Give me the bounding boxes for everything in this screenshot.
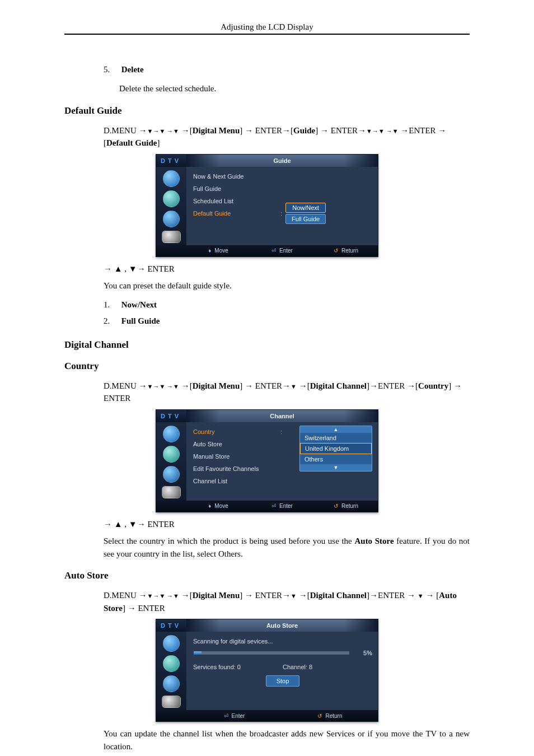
osd-auto-store: D T V Auto Store Scanning for digital se… — [156, 619, 378, 722]
osd-footer-enter: ⏎Enter — [250, 503, 314, 509]
country-path: D.MENU →▼→▼ →▼ →[Digital Menu] → ENTER→▼… — [104, 380, 470, 405]
gear-icon — [163, 466, 180, 483]
nav-hint: → ▲ , ▼→ ENTER — [104, 518, 470, 531]
osd-row-selected[interactable]: Default Guide : Now/Next Full Guide — [193, 207, 372, 220]
osd-row[interactable]: Full Guide — [193, 183, 372, 195]
clapper-icon — [162, 696, 181, 708]
osd-footer-return: ↺Return — [282, 713, 378, 719]
osd-guide-menu: D T V Guide Now & Next Guide Full Guide … — [156, 154, 378, 257]
stop-button[interactable]: Stop — [266, 675, 300, 687]
globe-icon — [163, 426, 180, 442]
heading-country: Country — [64, 361, 470, 372]
antenna-icon — [163, 655, 180, 672]
list-item: 1. Now/Next — [104, 297, 470, 313]
heading-digital-channel: Digital Channel — [64, 339, 470, 351]
scanning-label: Scanning for digital sevices... — [193, 635, 372, 647]
osd-dtv-label: D T V — [156, 155, 186, 167]
osd-row[interactable]: Scheduled List — [193, 195, 372, 207]
list-number: 2. — [104, 316, 119, 326]
services-found-row: Services found: 0 Channel: 8 — [193, 661, 372, 673]
osd-row[interactable]: Now & Next Guide — [193, 170, 372, 183]
progress-bar: 5% — [193, 650, 372, 656]
list-number: 1. — [104, 300, 119, 310]
osd-dtv-label: D T V — [156, 619, 186, 632]
gear-icon — [163, 675, 180, 692]
osd-row[interactable]: Auto Store — [193, 438, 294, 450]
default-guide-path: D.MENU →▼→▼ →▼ →[Digital Menu] → ENTER→[… — [104, 124, 470, 150]
osd-option[interactable]: Others — [300, 454, 372, 464]
osd-row-selected[interactable]: Country: — [193, 426, 294, 438]
globe-icon — [163, 635, 180, 652]
osd-category-icons — [156, 167, 186, 245]
osd-row[interactable]: Edit Favourite Channels — [193, 463, 294, 475]
heading-auto-store: Auto Store — [64, 570, 470, 581]
auto-store-path: D.MENU →▼→▼ →▼ →[Digital Menu] → ENTER→▼… — [104, 589, 470, 614]
osd-footer-enter: ⏎Enter — [250, 248, 314, 254]
osd-title: Channel — [186, 410, 378, 422]
osd-title: Guide — [186, 155, 378, 167]
osd-option[interactable]: Now/Next — [285, 203, 326, 213]
osd-option[interactable]: Switzerland — [300, 433, 372, 443]
osd-footer-move: ♦Move — [186, 248, 250, 254]
gear-icon — [163, 211, 180, 227]
list-item-delete: 5. Delete — [104, 62, 470, 78]
nav-hint: → ▲ , ▼→ ENTER — [104, 263, 470, 276]
clapper-icon — [162, 486, 181, 498]
clapper-icon — [162, 231, 181, 243]
list-label: Delete — [121, 65, 144, 74]
osd-option-selected[interactable]: United Kingdom — [300, 443, 372, 454]
chevron-down-icon: ▼ — [300, 464, 372, 471]
osd-footer-move: ♦Move — [186, 503, 250, 509]
osd-category-icons — [156, 422, 186, 501]
list-label: Now/Next — [121, 300, 157, 309]
osd-dropdown[interactable]: ▲ Switzerland United Kingdom Others ▼ — [299, 426, 372, 472]
country-desc: Select the country in which the product … — [104, 535, 470, 560]
osd-title: Auto Store — [186, 619, 378, 632]
osd-dtv-label: D T V — [156, 410, 186, 422]
osd-row[interactable]: Channel List — [193, 475, 294, 487]
progress-percent: 5% — [355, 650, 372, 656]
heading-default-guide: Default Guide — [64, 105, 470, 116]
osd-footer-return: ↺Return — [314, 248, 378, 254]
auto-store-desc: You can update the channel list when the… — [104, 727, 470, 753]
page-header: Adjusting the LCD Display — [64, 22, 470, 35]
antenna-icon — [163, 190, 180, 207]
osd-channel-menu: D T V Channel Country: Auto Store Manual — [156, 409, 378, 512]
list-label: Full Guide — [121, 316, 160, 325]
osd-footer-enter: ⏎Enter — [186, 713, 282, 719]
delete-desc: Delete the selected schedule. — [119, 82, 470, 95]
chevron-up-icon: ▲ — [300, 426, 372, 433]
osd-option[interactable]: Full Guide — [285, 214, 326, 224]
list-number: 5. — [104, 65, 119, 74]
globe-icon — [163, 170, 180, 187]
default-guide-desc: You can preset the default guide style. — [104, 279, 470, 292]
list-item: 2. Full Guide — [104, 313, 470, 329]
osd-footer-return: ↺Return — [314, 503, 378, 509]
antenna-icon — [163, 446, 180, 463]
osd-category-icons — [156, 632, 186, 710]
osd-row[interactable]: Manual Store — [193, 450, 294, 463]
